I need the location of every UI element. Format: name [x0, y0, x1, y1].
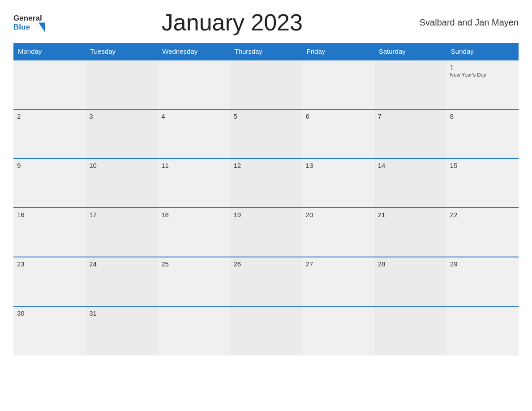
calendar-cell: 12	[230, 158, 302, 208]
calendar-cell: 2	[13, 109, 86, 158]
day-header-friday: Friday	[302, 43, 374, 60]
day-number: 18	[161, 211, 226, 218]
day-number: 29	[450, 260, 515, 268]
calendar-week-row: 9101112131415	[13, 158, 519, 208]
calendar-cell: 20	[302, 208, 374, 257]
day-number: 5	[233, 112, 298, 120]
calendar-cell: 24	[86, 257, 158, 306]
svg-marker-1	[39, 22, 45, 32]
calendar-week-row: 16171819202122	[13, 208, 519, 257]
day-number: 1	[450, 63, 515, 71]
day-number: 4	[161, 112, 226, 120]
day-header-tuesday: Tuesday	[86, 43, 158, 60]
calendar-cell: 16	[13, 208, 86, 257]
calendar-cell: 11	[158, 158, 230, 208]
calendar-cell: 5	[230, 109, 302, 158]
calendar-week-row: 2345678	[13, 109, 519, 158]
calendar-cell: 19	[230, 208, 302, 257]
calendar-cell: 22	[446, 208, 519, 257]
calendar-table: MondayTuesdayWednesdayThursdayFridaySatu…	[13, 43, 519, 355]
day-number: 16	[17, 211, 82, 218]
calendar-cell: 14	[374, 158, 446, 208]
calendar-cell: 28	[374, 257, 446, 306]
day-number: 14	[378, 162, 443, 169]
day-number: 15	[450, 162, 515, 169]
day-number: 11	[161, 162, 226, 169]
calendar-header: General Blue January 2023 Svalbard and J…	[13, 9, 519, 36]
day-number: 20	[306, 211, 371, 218]
calendar-cell: 25	[158, 257, 230, 306]
calendar-cell: 30	[13, 306, 86, 355]
logo-svg: General Blue	[13, 11, 45, 34]
calendar-cell: 6	[302, 109, 374, 158]
calendar-cell: 7	[374, 109, 446, 158]
day-number: 12	[233, 162, 298, 169]
day-number: 19	[233, 211, 298, 218]
day-number: 9	[17, 162, 82, 169]
calendar-cell	[13, 60, 86, 109]
calendar-cell: 1New Year's Day	[446, 60, 519, 109]
day-number: 7	[378, 112, 443, 120]
calendar-cell: 3	[86, 109, 158, 158]
calendar-cell	[86, 60, 158, 109]
day-number: 10	[89, 162, 154, 169]
day-number: 31	[89, 309, 154, 317]
calendar-title: January 2023	[45, 9, 420, 36]
calendar-cell: 27	[302, 257, 374, 306]
day-header-monday: Monday	[13, 43, 86, 60]
calendar-cell: 4	[158, 109, 230, 158]
calendar-cell	[158, 306, 230, 355]
region-name: Svalbard and Jan Mayen	[420, 17, 519, 28]
calendar-cell: 15	[446, 158, 519, 208]
day-number: 22	[450, 211, 515, 218]
day-number: 24	[89, 260, 154, 268]
calendar-week-row: 3031	[13, 306, 519, 355]
day-number: 3	[89, 112, 154, 120]
day-number: 6	[306, 112, 371, 120]
day-number: 17	[89, 211, 154, 218]
calendar-week-row: 1New Year's Day	[13, 60, 519, 109]
calendar-cell: 8	[446, 109, 519, 158]
calendar-cell	[302, 60, 374, 109]
calendar-cell: 26	[230, 257, 302, 306]
calendar-cell: 21	[374, 208, 446, 257]
logo: General Blue	[13, 11, 45, 34]
day-number: 26	[233, 260, 298, 268]
calendar-cell: 29	[446, 257, 519, 306]
calendar-cell	[374, 60, 446, 109]
day-event: New Year's Day	[450, 72, 515, 78]
calendar-week-row: 23242526272829	[13, 257, 519, 306]
calendar-cell: 17	[86, 208, 158, 257]
svg-text:Blue: Blue	[13, 23, 30, 31]
calendar-cell: 18	[158, 208, 230, 257]
calendar-cell: 23	[13, 257, 86, 306]
calendar-cell	[374, 306, 446, 355]
calendar-cell: 10	[86, 158, 158, 208]
calendar-cell	[230, 306, 302, 355]
day-number: 25	[161, 260, 226, 268]
day-header-saturday: Saturday	[374, 43, 446, 60]
calendar-cell	[158, 60, 230, 109]
calendar-cell	[302, 306, 374, 355]
day-header-wednesday: Wednesday	[158, 43, 230, 60]
calendar-cell: 13	[302, 158, 374, 208]
calendar-cell	[446, 306, 519, 355]
calendar-cell	[230, 60, 302, 109]
calendar-cell: 9	[13, 158, 86, 208]
day-number: 21	[378, 211, 443, 218]
day-number: 13	[306, 162, 371, 169]
calendar-cell: 31	[86, 306, 158, 355]
day-number: 27	[306, 260, 371, 268]
svg-text:General: General	[13, 14, 42, 22]
day-number: 28	[378, 260, 443, 268]
day-number: 23	[17, 260, 82, 268]
day-header-thursday: Thursday	[230, 43, 302, 60]
day-number: 30	[17, 309, 82, 317]
day-header-sunday: Sunday	[446, 43, 519, 60]
day-number: 2	[17, 112, 82, 120]
day-number: 8	[450, 112, 515, 120]
calendar-header-row: MondayTuesdayWednesdayThursdayFridaySatu…	[13, 43, 519, 60]
